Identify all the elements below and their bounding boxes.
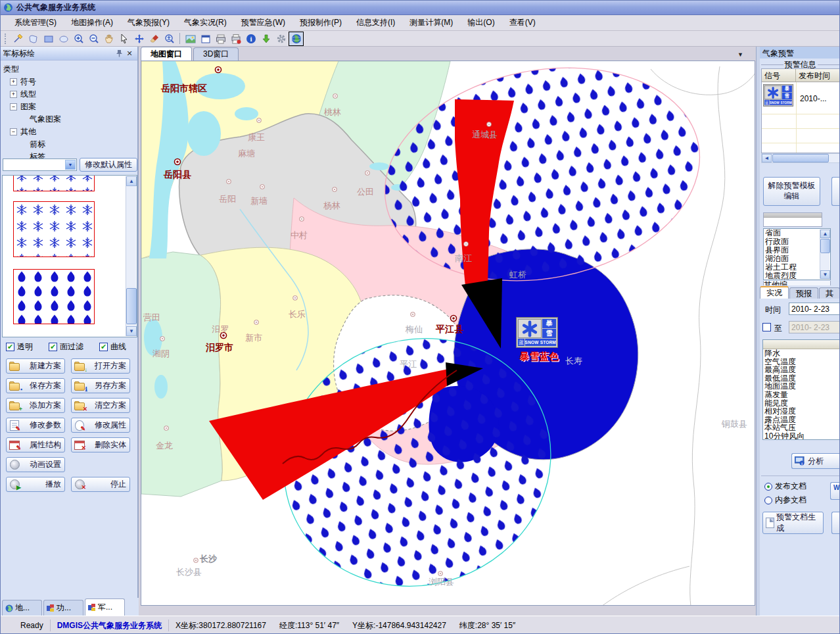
window-view-icon[interactable] [198,32,213,46]
draw-polygon-icon[interactable] [26,32,41,46]
menu-view[interactable]: 查看(V) [502,15,543,30]
check-icon[interactable]: ✔ [6,343,14,351]
layer-list[interactable]: 省面 行政面 县界面 湖泊面 岩土工程 地震烈度 ▲ ▼ [763,228,831,280]
list-item[interactable]: 降水 [764,349,839,358]
tree-node-linetype[interactable]: +线型 [3,88,135,101]
generate-warning-doc-button[interactable]: 预警文档生成 [762,512,824,534]
info-icon[interactable]: i [243,32,258,46]
swatch-snow-partial[interactable] [13,175,95,191]
settings-gear-icon[interactable] [273,32,289,46]
list-item[interactable]: 最高温度 [764,366,839,374]
select-arrow-icon[interactable] [116,32,131,46]
element-list[interactable]: 降水 空气温度 最高温度 最低温度 地面温度 蒸发量 能见度 相对湿度 露点温度… [762,339,840,440]
tree-node-weather-pattern[interactable]: 气象图案 [3,113,135,126]
swatch-scrollbar[interactable]: ▲ ▼ [126,176,136,336]
stop-button[interactable]: ✕停止 [71,477,130,492]
radio-internal-doc[interactable]: 内参文档 [764,495,806,506]
snow-storm-sign-small[interactable]: 暴雪 蓝SNOW STORM [763,84,793,107]
checkbox-transparent[interactable]: ✔透明 [6,341,33,353]
swatch-rain[interactable] [13,269,95,324]
menu-warning[interactable]: 预警应急(W) [234,15,292,30]
collapse-icon[interactable]: − [10,103,17,110]
warning-signal-table[interactable]: 信号 发布时间 暴雪 蓝SNOW STORM 2010-... [761,68,840,153]
table-hscrollbar[interactable]: ◄ [761,153,840,163]
export-down-icon[interactable] [258,32,273,46]
tree-node-arrow-mark[interactable]: 箭标 [3,138,135,151]
print-preview-icon[interactable] [228,32,243,46]
expand-icon[interactable]: + [10,78,17,85]
toolbar-grip[interactable] [5,34,8,44]
new-scheme-button[interactable]: 新建方案 [6,358,65,374]
tree-node-pattern[interactable]: −图案 [3,101,135,113]
time-field[interactable]: 2010- 2-23 [789,303,840,315]
move-cross-icon[interactable] [131,32,147,46]
draw-ellipse-icon[interactable] [56,32,71,46]
animation-settings-button[interactable]: 动画设置 [6,457,65,472]
pan-hand-icon[interactable] [101,32,116,46]
menu-measure[interactable]: 测量计算(M) [402,15,460,30]
tab-other[interactable]: 其 [819,287,840,299]
modify-attr-button[interactable]: ✎修改属性 [71,418,130,433]
checkbox-curve[interactable]: ✔曲线 [99,341,126,353]
list-item[interactable]: 10分钟风向 [764,432,839,440]
menu-info-support[interactable]: 信息支持(I) [349,15,402,30]
chevron-down-icon[interactable]: ▼ [65,160,76,170]
check-icon[interactable]: ✔ [49,343,57,351]
attr-struct-button[interactable]: ✎属性结构 [6,437,65,452]
signal-time-cell[interactable]: 2010-... [800,94,827,103]
menu-forecast[interactable]: 气象预报(Y) [120,15,177,30]
print-icon[interactable] [213,32,228,46]
draw-rect-icon[interactable] [41,32,56,46]
clipped-button[interactable] [831,177,840,206]
clear-scheme-button[interactable]: ✕清空方案 [71,398,130,413]
cancel-warning-template-button[interactable]: 解除预警模板编辑 [763,177,820,206]
radio-publish-doc[interactable]: 发布文档 [764,481,806,492]
list-item[interactable]: 相对湿度 [764,407,839,416]
menu-system[interactable]: 系统管理(S) [7,15,64,30]
tree-node-symbol[interactable]: +符号 [3,76,135,88]
collapse-icon[interactable]: − [10,128,17,135]
scroll-thumb[interactable] [820,239,830,253]
scroll-up-icon[interactable]: ▲ [820,230,830,238]
zoom-window-icon[interactable] [162,32,177,46]
attribute-combo[interactable]: ▼ [3,158,77,171]
draw-line-icon[interactable] [11,32,26,46]
tab-function-panel[interactable]: 功... [43,600,83,616]
tab-dropdown-icon[interactable]: ▼ [737,51,743,58]
close-icon[interactable]: ✕ [124,49,135,58]
scroll-up-icon[interactable]: ▲ [126,176,137,186]
scroll-left-icon[interactable]: ◄ [762,154,772,162]
menu-map-ops[interactable]: 地图操作(A) [64,15,120,30]
tab-live[interactable]: 实况 [760,286,789,299]
tab-forecast[interactable]: 预报 [789,287,818,299]
play-button[interactable]: ▶播放 [6,477,65,492]
zoom-out-icon[interactable] [86,32,101,46]
layer-list-scrollbar[interactable]: ▲ ▼ [820,230,829,279]
col-publish-time[interactable]: 发布时间 [796,69,840,82]
expand-icon[interactable]: + [10,91,17,98]
pin-icon[interactable] [114,49,124,58]
to-checkbox[interactable] [762,323,771,331]
modify-default-attr-button[interactable]: 修改默认属性 [80,158,137,172]
check-icon[interactable]: ✔ [99,343,108,351]
clipped-button[interactable] [831,512,840,534]
tree-node-other[interactable]: −其他 [3,126,135,138]
delete-entity-button[interactable]: ✕删除实体 [71,437,130,452]
analyze-button[interactable]: i 分析 [791,453,840,469]
menu-output[interactable]: 输出(O) [460,15,502,30]
globe-3d-icon[interactable] [289,32,304,46]
tab-3d-window[interactable]: 3D窗口 [193,47,239,61]
map-view-icon[interactable] [183,32,198,46]
add-scheme-button[interactable]: +添加方案 [6,398,65,413]
tab-military-plot-panel[interactable]: 军... [85,598,125,616]
to-time-field-disabled[interactable]: 2010- 2-23 [789,321,840,333]
scroll-thumb[interactable] [126,288,137,324]
checkbox-face-filter[interactable]: ✔面过滤 [49,341,83,353]
scroll-down-icon[interactable]: ▼ [820,270,830,279]
modify-param-button[interactable]: ✎修改参数 [6,418,65,433]
radio-icon[interactable] [764,483,772,491]
tab-map-window[interactable]: 地图窗口 [141,47,192,61]
pattern-swatch-list[interactable]: ▲ ▼ [2,175,137,337]
col-signal[interactable]: 信号 [762,69,796,82]
word-doc-button-partial[interactable]: W [830,482,840,500]
